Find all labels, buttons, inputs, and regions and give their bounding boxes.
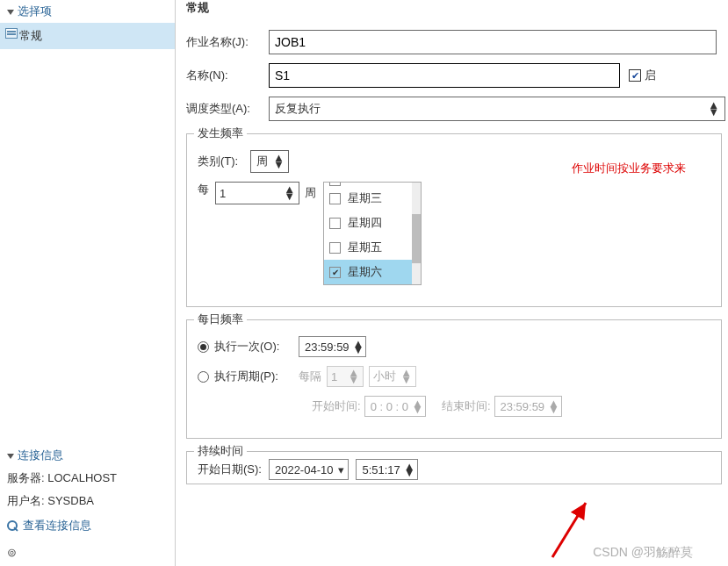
sidebar-item-general[interactable]: 常规 [0,23,175,49]
checkbox-icon: ✔ [329,267,341,278]
scrollbar[interactable] [412,183,421,284]
exec-once-radio[interactable] [198,341,209,353]
every-label: 每 [198,182,215,197]
start-time-label: 开始时间: [312,398,361,414]
start-date-label: 开始日期(S): [198,462,262,477]
spinner-icon: ▲▼ [348,369,359,383]
frequency-legend: 发生频率 [194,125,247,141]
annotation-note: 作业时间按业务要求来 [572,161,686,176]
duration-fieldset: 持续时间 开始日期(S): 2022-04-10 ▾ 5:51:17 ▲▼ [186,451,722,484]
weekday-option[interactable]: 星期三 [324,186,421,211]
magnifier-icon [7,520,19,533]
spinner-icon: ▲▼ [400,369,412,383]
expand-icon [7,10,14,15]
options-header: 选择项 [0,0,175,23]
spinner-icon: ▲▼ [404,463,415,476]
job-name-label: 作业名称(J): [186,34,269,50]
daily-fieldset: 每日频率 执行一次(O): 23:59:59 ▲▼ 执行周期(P): 每隔 1 … [186,319,722,439]
expand-icon [7,454,14,459]
spinner-icon: ▲▼ [708,102,719,116]
exec-once-label: 执行一次(O): [214,339,299,355]
arrow-annotation-icon [544,496,596,566]
exec-period-radio[interactable] [198,371,209,383]
conn-info-header: 连接信息 [0,444,175,467]
start-time-input: 0 : 0 : 0 ▲▼ [364,396,426,417]
period-value-input: 1 ▲▼ [327,366,364,387]
every-input[interactable]: 1 ▲▼ [215,182,299,204]
spinner-icon: ▲▼ [412,400,423,412]
end-time-input: 23:59:59 ▲▼ [494,396,562,417]
once-time-input[interactable]: 23:59:59 ▲▼ [299,336,366,357]
every-unit: 周 [305,185,316,201]
name-label: 名称(N): [186,68,269,83]
checkbox-icon [329,218,341,229]
weekday-option[interactable]: 星期四 [324,211,421,235]
view-connection-link[interactable]: 查看连接信息 [0,512,175,539]
watermark: CSDN @羽觞醉莫 [593,545,693,561]
form-icon [5,28,18,39]
start-date-input[interactable]: 2022-04-10 ▾ [269,459,350,480]
spinner-icon: ▲▼ [284,186,295,200]
scrollbar-thumb[interactable] [412,214,421,263]
user-row: 用户名: SYSDBA [0,490,175,512]
radio-dot-icon [200,344,206,350]
job-name-input[interactable] [269,30,717,54]
period-unit-select: 小时 ▲▼ [369,366,416,387]
end-time-label: 结束时间: [442,398,491,414]
type-label: 类别(T): [198,154,250,169]
checkbox-icon [329,193,341,204]
type-select[interactable]: 周 ▲▼ [250,150,289,173]
weekday-option[interactable]: 星期五 [324,235,421,260]
exec-period-label: 执行周期(P): [214,369,299,384]
frequency-fieldset: 发生频率 作业时间按业务要求来 类别(T): 周 ▲▼ 每 1 ▲▼ 周 [186,133,722,307]
name-input[interactable] [269,63,620,88]
svg-line-0 [552,503,586,557]
period-every-label: 每隔 [299,369,321,384]
enable-label: 启 [645,68,656,83]
weekday-option[interactable]: ✔星期六 [324,260,421,284]
enable-checkbox[interactable]: ✔ [629,69,641,82]
weekday-dropdown[interactable]: 星期三 星期四 星期五 ✔星期六 [323,182,422,285]
spinner-icon: ▲▼ [353,340,364,353]
calendar-icon: ▾ [338,463,344,476]
duration-legend: 持续时间 [194,443,247,459]
checkbox-icon [329,242,341,254]
sched-type-select[interactable]: 反复执行 ▲▼ [269,97,725,121]
server-row: 服务器: LOCALHOST [0,467,175,490]
start-time2-input[interactable]: 5:51:17 ▲▼ [356,459,417,480]
page-title: 常规 [186,0,728,21]
sidebar-item-label: 常规 [19,29,42,42]
spinner-icon: ▲▼ [548,400,559,412]
sched-type-label: 调度类型(A): [186,101,269,117]
daily-legend: 每日频率 [194,312,247,327]
help-icon[interactable]: ⊚ [0,539,175,566]
check-icon: ✔ [631,71,639,81]
spinner-icon: ▲▼ [273,154,285,168]
